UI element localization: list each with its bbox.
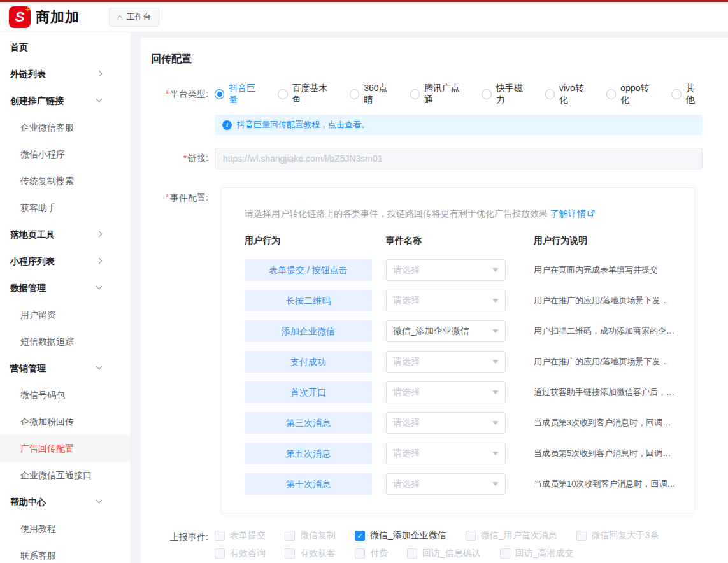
- sidebar-item-ad-callback-config[interactable]: 广告回传配置: [0, 435, 131, 462]
- radio-360[interactable]: 360点睛: [350, 83, 395, 106]
- cb-wechat-first-msg[interactable]: ✓微信_用户首次消息: [466, 530, 557, 541]
- checkbox-label: 有效咨询: [230, 548, 266, 559]
- select-value: 请选择: [393, 387, 420, 398]
- behavior-button-first-message[interactable]: 首次开口: [245, 381, 372, 403]
- cb-wechat-copy[interactable]: ✓微信复制: [285, 530, 336, 541]
- event-select-first-message[interactable]: 请选择: [386, 381, 506, 403]
- behavior-button-add-wecom[interactable]: 添加企业微信: [245, 320, 372, 342]
- link-input[interactable]: https://wl.shangjiake.com/l/bZ5JN3sm01: [215, 148, 703, 169]
- cb-valid-acquire[interactable]: ✓有效获客: [285, 548, 336, 559]
- report-checkbox-line-2: ✓有效咨询 ✓有效获客 ✓付费 ✓回访_信息确认 ✓回访_高潜成交: [215, 548, 703, 559]
- radio-label: 其他: [686, 83, 703, 106]
- checkbox-label: 有效获客: [300, 548, 336, 559]
- radio-other[interactable]: 其他: [671, 83, 703, 106]
- sidebar-item-label: 帮助中心: [10, 497, 46, 507]
- sidebar-item-label: 落地页工具: [10, 229, 55, 239]
- event-select-pay-success[interactable]: 请选择: [386, 351, 506, 373]
- chevron-down-icon: [492, 360, 499, 364]
- cb-form-submit[interactable]: ✓表单提交: [215, 530, 266, 541]
- behavior-button-third-message[interactable]: 第三次消息: [245, 412, 372, 434]
- sidebar-item-wecom-service[interactable]: 企业微信客服: [0, 114, 131, 141]
- tutorial-alert-link[interactable]: 抖音巨量回传配置教程，点击查看。: [237, 119, 369, 131]
- behavior-button-pay-success[interactable]: 支付成功: [245, 351, 372, 373]
- sidebar-item-marketing[interactable]: 营销管理: [0, 355, 131, 381]
- checkbox-label: 微信复制: [300, 530, 336, 541]
- event-select-fifth-message[interactable]: 请选择: [386, 443, 506, 464]
- checkbox-icon: ✓: [285, 531, 295, 541]
- sidebar-item-home[interactable]: 首页: [0, 34, 131, 61]
- radio-oppo[interactable]: oppo转化: [606, 83, 656, 106]
- checkbox-icon: ✓: [500, 548, 510, 559]
- sidebar-item-wechat-number-pack[interactable]: 微信号码包: [0, 381, 131, 408]
- chevron-down-icon: [96, 364, 103, 370]
- behavior-button-fifth-message[interactable]: 第五次消息: [245, 443, 372, 464]
- event-select-tenth-message[interactable]: 请选择: [386, 473, 506, 495]
- event-select-form-submit[interactable]: 请选择: [386, 259, 506, 281]
- radio-label: 腾讯广点通: [424, 83, 466, 106]
- select-value: 请选择: [393, 295, 420, 306]
- sidebar-item-wecom-interconnect[interactable]: 企业微信互通接口: [0, 462, 131, 488]
- learn-more-link[interactable]: 了解详情: [550, 208, 586, 218]
- platform-type-row: *平台类型: 抖音巨量 百度基木鱼 360点睛 腾讯广点通 快手磁力 vivo转…: [151, 83, 703, 106]
- info-icon: i: [222, 120, 232, 130]
- behavior-desc: 用户扫描二维码，成功添加商家的企业微信: [520, 325, 676, 337]
- radio-label: 快手磁力: [496, 83, 530, 106]
- sidebar-item-user-leads[interactable]: 用户留资: [0, 301, 131, 328]
- select-value: 请选择: [393, 478, 420, 490]
- behavior-desc: 通过获客助手链接添加微信客户后，当微…: [520, 387, 676, 398]
- sidebar-item-external-links[interactable]: 外链列表: [0, 61, 131, 87]
- sidebar-item-create-promo-link[interactable]: 创建推广链接: [0, 87, 131, 114]
- radio-label: vivo转化: [559, 83, 591, 106]
- radio-label: 抖音巨量: [229, 83, 262, 106]
- sidebar-item-miniprogram-list[interactable]: 小程序列表: [0, 248, 131, 274]
- behavior-desc: 用户在推广的应用/落地页场景下发生交…: [520, 356, 676, 367]
- event-select-add-wecom[interactable]: 微信_添加企业微信: [386, 320, 506, 342]
- event-select-long-press-qr[interactable]: 请选择: [386, 290, 506, 311]
- cb-wechat-reply-gt3[interactable]: ✓微信回复大于3条: [576, 530, 659, 541]
- radio-tencent[interactable]: 腾讯广点通: [410, 83, 467, 106]
- report-checkbox-line-1: ✓表单提交 ✓微信复制 ✓微信_添加企业微信 ✓微信_用户首次消息 ✓微信回复大…: [215, 530, 703, 541]
- behavior-desc: 当成员第5次收到客户消息时，回调此事…: [520, 448, 676, 459]
- cb-wechat-add-wecom[interactable]: ✓微信_添加企业微信: [355, 530, 446, 541]
- chevron-down-icon: [492, 268, 499, 272]
- sidebar-item-contact-support[interactable]: 联系客服: [0, 542, 131, 563]
- sidebar-item-wecom-fans-callback[interactable]: 企微加粉回传: [0, 408, 131, 435]
- app-logo[interactable]: S + 商加加: [9, 6, 80, 28]
- event-config-label: *事件配置:: [151, 187, 215, 204]
- radio-vivo[interactable]: vivo转化: [545, 83, 591, 106]
- tutorial-alert-row: i 抖音巨量回传配置教程，点击查看。: [151, 115, 703, 135]
- sidebar-item-label: 企微加粉回传: [20, 417, 74, 427]
- sidebar-item-tutorial[interactable]: 使用教程: [0, 515, 131, 542]
- tab-workbench[interactable]: ⌂ 工作台: [109, 8, 159, 27]
- sidebar-item-help-center[interactable]: 帮助中心: [0, 488, 131, 515]
- behavior-button-tenth-message[interactable]: 第十次消息: [245, 473, 372, 495]
- column-header-event-name: 事件名称: [386, 235, 506, 250]
- select-value: 请选择: [393, 448, 420, 459]
- required-mark: *: [166, 89, 169, 99]
- report-events-label: 上报事件:: [151, 530, 215, 543]
- event-select-third-message[interactable]: 请选择: [386, 412, 506, 434]
- behavior-button-form-submit[interactable]: 表单提交 / 按钮点击: [245, 259, 372, 281]
- sidebar-item-sms-tracking[interactable]: 短信数据追踪: [0, 328, 131, 355]
- sidebar-item-copy-search[interactable]: 传统复制搜索: [0, 167, 131, 194]
- sidebar-item-customer-assistant[interactable]: 获客助手: [0, 194, 131, 221]
- radio-circle-icon: [215, 89, 224, 99]
- link-label: *链接:: [151, 153, 215, 164]
- radio-circle-icon: [278, 89, 287, 99]
- cb-callback-info-confirm[interactable]: ✓回访_信息确认: [407, 548, 481, 559]
- content-panel: 回传配置 *平台类型: 抖音巨量 百度基木鱼 360点睛 腾讯广点通 快手磁力 …: [141, 38, 728, 563]
- sidebar-item-data-management[interactable]: 数据管理: [0, 274, 131, 301]
- radio-kuaishou[interactable]: 快手磁力: [482, 83, 529, 106]
- radio-baidu[interactable]: 百度基木鱼: [278, 83, 334, 106]
- sidebar-item-landing-tools[interactable]: 落地页工具: [0, 221, 131, 248]
- sidebar-item-label: 小程序列表: [10, 256, 55, 266]
- behavior-button-long-press-qr[interactable]: 长按二维码: [245, 290, 372, 311]
- cb-callback-high-intent[interactable]: ✓回访_高潜成交: [500, 548, 574, 559]
- select-value: 请选择: [393, 264, 420, 276]
- link-row: *链接: https://wl.shangjiake.com/l/bZ5JN3s…: [151, 148, 703, 169]
- cb-paid[interactable]: ✓付费: [355, 548, 388, 559]
- sidebar-item-wechat-miniprogram[interactable]: 微信小程序: [0, 141, 131, 167]
- radio-douyin[interactable]: 抖音巨量: [215, 83, 262, 106]
- sidebar-item-label: 用户留资: [20, 310, 56, 320]
- cb-valid-consult[interactable]: ✓有效咨询: [215, 548, 266, 559]
